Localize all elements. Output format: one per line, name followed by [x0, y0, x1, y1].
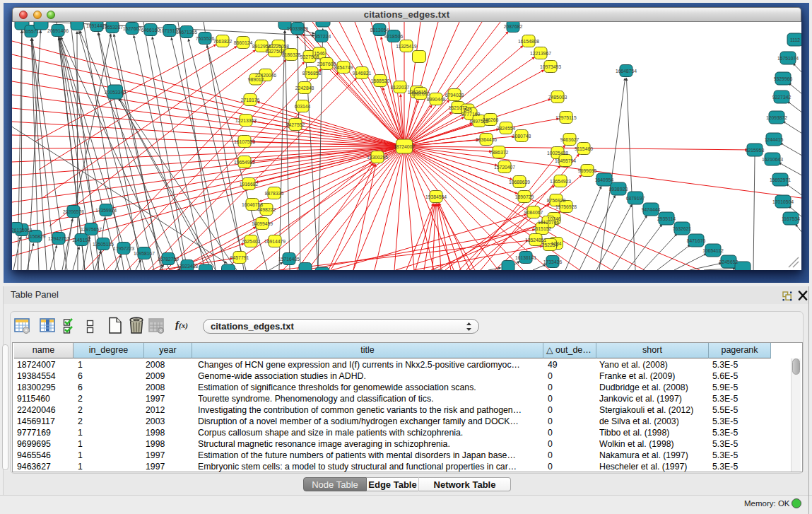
- svg-text:989012: 989012: [248, 77, 264, 82]
- svg-text:7625402: 7625402: [242, 239, 261, 244]
- svg-text:20364436: 20364436: [476, 137, 497, 142]
- svg-text:16210643: 16210643: [762, 157, 783, 162]
- svg-text:13524851: 13524851: [525, 238, 546, 243]
- svg-text:2367608: 2367608: [317, 62, 336, 66]
- svg-text:16648754: 16648754: [616, 69, 637, 74]
- svg-text:20053346: 20053346: [105, 90, 126, 95]
- svg-text:17359924: 17359924: [95, 208, 117, 213]
- svg-text:23226058: 23226058: [268, 44, 289, 49]
- svg-text:9218506: 9218506: [384, 34, 404, 39]
- svg-text:9146821: 9146821: [353, 71, 372, 76]
- svg-text:16671355: 16671355: [176, 30, 197, 35]
- svg-text:2242848: 2242848: [295, 86, 314, 90]
- svg-text:10688639: 10688639: [509, 180, 530, 185]
- svg-text:12975115: 12975115: [555, 115, 577, 120]
- svg-text:16136141: 16136141: [515, 255, 536, 260]
- svg-text:11156829: 11156829: [25, 234, 45, 239]
- svg-text:3824554: 3824554: [497, 126, 516, 131]
- svg-text:9457791: 9457791: [230, 255, 249, 260]
- svg-text:8938923: 8938923: [609, 187, 628, 192]
- svg-text:12213967: 12213967: [530, 51, 551, 56]
- svg-text:9115460: 9115460: [575, 146, 593, 151]
- svg-text:603144: 603144: [295, 104, 311, 109]
- svg-text:1080748: 1080748: [512, 134, 531, 139]
- svg-text:9329966: 9329966: [774, 76, 793, 81]
- svg-text:6466160: 6466160: [141, 28, 160, 33]
- svg-text:1145194: 1145194: [72, 238, 90, 243]
- svg-text:7632621: 7632621: [673, 226, 692, 231]
- svg-text:15716485: 15716485: [278, 257, 300, 262]
- svg-text:10653287: 10653287: [102, 25, 123, 30]
- svg-text:18724007: 18724007: [394, 144, 415, 149]
- svg-text:7886372: 7886372: [490, 150, 509, 155]
- svg-text:16046758: 16046758: [242, 202, 263, 207]
- svg-text:1112: 1112: [790, 37, 800, 42]
- svg-text:16914479: 16914479: [264, 239, 286, 244]
- svg-text:15720407: 15720407: [494, 165, 515, 170]
- svg-text:1362615: 1362615: [411, 91, 430, 96]
- svg-text:1244415: 1244415: [765, 137, 784, 142]
- svg-text:16033809: 16033809: [287, 26, 308, 31]
- svg-text:8756858: 8756858: [302, 71, 322, 76]
- svg-text:17957223: 17957223: [113, 246, 134, 251]
- svg-text:16495794: 16495794: [555, 158, 576, 163]
- svg-text:1588520: 1588520: [371, 78, 390, 83]
- svg-text:14099459: 14099459: [252, 221, 273, 226]
- svg-text:4498222: 4498222: [257, 207, 276, 212]
- svg-text:10654112: 10654112: [702, 248, 724, 253]
- svg-text:16154808: 16154808: [518, 39, 539, 44]
- svg-text:17010504: 17010504: [772, 199, 794, 204]
- svg-text:19384554: 19384554: [425, 194, 447, 199]
- svg-text:12213363: 12213363: [235, 118, 257, 123]
- svg-text:8990448: 8990448: [427, 97, 446, 102]
- svg-text:16782759: 16782759: [158, 257, 179, 262]
- svg-text:1640954: 1640954: [595, 177, 614, 182]
- svg-text:12093872: 12093872: [766, 115, 787, 120]
- svg-text:12923488: 12923488: [177, 264, 198, 269]
- svg-text:8756928: 8756928: [547, 198, 566, 203]
- svg-text:7357224: 7357224: [312, 34, 331, 39]
- svg-text:15751074: 15751074: [777, 56, 799, 61]
- svg-text:16120746: 16120746: [538, 220, 559, 225]
- svg-text:9245652: 9245652: [719, 259, 739, 264]
- svg-text:12505135: 12505135: [93, 242, 114, 247]
- svg-text:16107553: 16107553: [234, 139, 255, 144]
- svg-text:746266: 746266: [483, 117, 499, 122]
- svg-text:8660124: 8660124: [234, 40, 253, 45]
- svg-text:9084067: 9084067: [524, 210, 543, 215]
- svg-text:1546: 1546: [314, 51, 324, 56]
- svg-text:26135061: 26135061: [12, 228, 33, 233]
- svg-text:10025438: 10025438: [547, 151, 568, 156]
- svg-text:2935114: 2935114: [657, 216, 676, 221]
- svg-text:13654923: 13654923: [550, 179, 571, 184]
- svg-text:8813054: 8813054: [370, 28, 389, 33]
- svg-text:20206576: 20206576: [63, 209, 84, 214]
- svg-text:2087682: 2087682: [504, 24, 523, 29]
- svg-text:9777169: 9777169: [461, 112, 481, 117]
- svg-text:19654982: 19654982: [234, 160, 255, 165]
- svg-text:11325419: 11325419: [396, 44, 417, 49]
- svg-text:6879197: 6879197: [626, 196, 645, 201]
- svg-text:12975657: 12975657: [81, 227, 102, 232]
- svg-text:12942757: 12942757: [48, 236, 69, 241]
- svg-text:1615152: 1615152: [533, 226, 552, 231]
- svg-text:10958167: 10958167: [134, 251, 155, 256]
- svg-text:9427552: 9427552: [286, 122, 305, 127]
- svg-text:1167534: 1167534: [782, 216, 800, 221]
- svg-text:8878335: 8878335: [265, 191, 284, 196]
- svg-text:10973493: 10973493: [540, 64, 561, 69]
- svg-text:1527602: 1527602: [123, 26, 142, 31]
- svg-text:7663822: 7663822: [213, 39, 233, 44]
- svg-text:8186328: 8186328: [282, 52, 301, 57]
- svg-text:8215958: 8215958: [746, 148, 765, 153]
- svg-text:9463627: 9463627: [560, 137, 579, 142]
- svg-text:15692971: 15692971: [770, 177, 791, 182]
- svg-text:9474444: 9474444: [642, 207, 661, 212]
- svg-text:9227342: 9227342: [772, 95, 792, 100]
- svg-text:7515526: 7515526: [196, 36, 215, 41]
- svg-text:1916682: 1916682: [240, 182, 259, 187]
- svg-text:2718176: 2718176: [241, 98, 260, 103]
- svg-text:8122037: 8122037: [391, 85, 410, 90]
- svg-text:8471676: 8471676: [687, 238, 706, 243]
- svg-text:20691406: 20691406: [47, 28, 69, 33]
